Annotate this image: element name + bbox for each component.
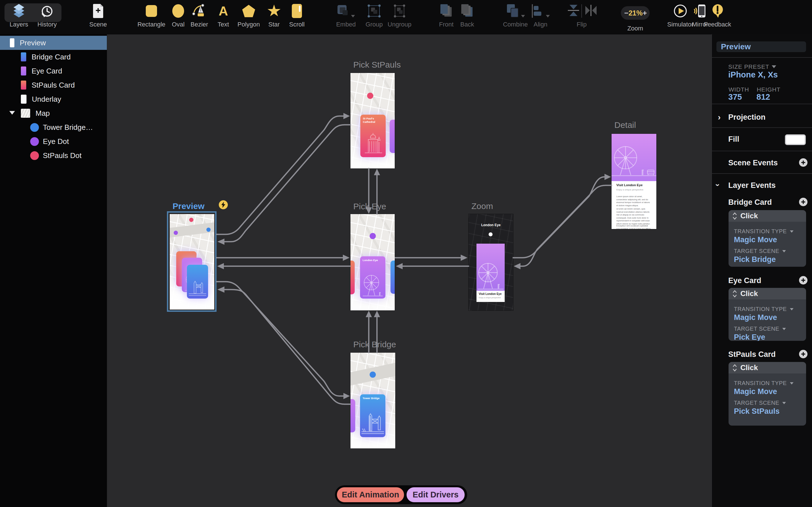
align-icon (531, 0, 550, 22)
reorder-icon (732, 212, 737, 220)
zoom-in-button[interactable]: + (643, 9, 647, 17)
edit-drivers-button[interactable]: Edit Drivers (407, 487, 465, 502)
layer-row-eye-card[interactable]: Eye Card (0, 64, 107, 78)
target-scene-dropdown[interactable]: TARGET SCENE (734, 400, 801, 406)
zoom-level[interactable]: 21% (628, 9, 643, 17)
add-layer-event-button[interactable] (799, 276, 808, 284)
add-layer-event-button[interactable] (799, 198, 808, 206)
event-trigger-row[interactable]: Click (728, 210, 806, 222)
underlay-thumb (21, 95, 27, 104)
lightning-icon (221, 202, 225, 208)
zoom-out-button[interactable]: − (624, 9, 628, 17)
layer-label: Map (36, 109, 50, 118)
event-trigger-row[interactable]: Click (728, 288, 806, 299)
group-button[interactable]: Group (361, 0, 387, 34)
size-preset-value[interactable]: iPhone X, Xs (728, 70, 778, 79)
history-toggle-button[interactable]: History (33, 0, 61, 34)
eye-dot-thumb (30, 137, 39, 146)
ungroup-icon (393, 0, 406, 22)
disclosure-triangle[interactable] (9, 111, 15, 115)
toolbar: Layers History Scene Rectangle Oval Bezi… (0, 0, 812, 34)
flip-icon (566, 0, 597, 22)
polygon-tool[interactable]: Polygon (236, 0, 261, 34)
edit-animation-button[interactable]: Edit Animation (337, 487, 404, 502)
size-preset-dropdown[interactable]: SIZE PRESET (728, 63, 776, 70)
canvas[interactable]: Preview Pick StPauls Pick Eye Zoom Detai… (0, 0, 812, 507)
magic-move-badge[interactable] (219, 200, 228, 209)
group-icon (367, 0, 381, 22)
rectangle-tool[interactable]: Rectangle (137, 0, 165, 34)
history-icon (40, 0, 54, 22)
scene-name-input[interactable] (716, 41, 806, 52)
layer-row-map[interactable]: Map (0, 106, 107, 120)
bridge-card-thumb (21, 52, 26, 61)
height-label: HEIGHT (757, 86, 780, 93)
transition-type-dropdown[interactable]: TRANSITION TYPE (734, 228, 801, 235)
ungroup-button[interactable]: Ungroup (387, 0, 412, 34)
bezier-tool[interactable]: Bezier (187, 0, 212, 34)
layer-events-section[interactable]: Layer Events (728, 181, 776, 190)
layer-row-eye-dot[interactable]: Eye Dot (0, 134, 107, 149)
transition-type-dropdown[interactable]: TRANSITION TYPE (734, 306, 801, 313)
transition-type-value[interactable]: Magic Move (734, 235, 801, 244)
layer-row-preview[interactable]: Preview (0, 36, 107, 50)
layer-label: Tower Bridge… (43, 123, 93, 132)
target-scene-dropdown[interactable]: TARGET SCENE (734, 326, 801, 332)
bridge-dot-thumb (30, 123, 39, 132)
layer-row-stpauls-dot[interactable]: StPauls Dot (0, 149, 107, 163)
transition-type-value[interactable]: Magic Move (734, 313, 801, 322)
chevron-right-icon[interactable]: › (718, 112, 721, 122)
event-card-bridge[interactable]: Click TRANSITION TYPE Magic Move TARGET … (728, 210, 806, 267)
transition-type-value[interactable]: Magic Move (734, 387, 801, 396)
embed-button[interactable]: Embed (332, 0, 360, 34)
dropdown-caret-icon (772, 65, 776, 68)
target-scene-value[interactable]: Pick Eye (734, 333, 801, 341)
add-layer-event-button[interactable] (799, 350, 808, 358)
new-scene-button[interactable]: Scene (86, 0, 111, 34)
event-layer-name: Bridge Card (728, 198, 772, 207)
star-tool[interactable]: Star (261, 0, 287, 34)
text-tool[interactable]: A Text (211, 0, 236, 34)
event-card-eye[interactable]: Click TRANSITION TYPE Magic Move TARGET … (728, 288, 806, 341)
projection-section[interactable]: Projection (728, 113, 765, 122)
chevron-down-icon[interactable]: › (713, 184, 722, 186)
layer-row-bridge-card[interactable]: Bridge Card (0, 50, 107, 64)
width-value[interactable]: 375 (728, 93, 742, 102)
scroll-tool[interactable]: Scroll (284, 0, 310, 34)
dropdown-caret-icon (790, 308, 794, 311)
transition-type-dropdown[interactable]: TRANSITION TYPE (734, 380, 801, 386)
target-scene-dropdown[interactable]: TARGET SCENE (734, 248, 801, 255)
align-button[interactable]: Align (528, 0, 553, 34)
flip-button[interactable]: Flip (567, 0, 596, 34)
fill-color-swatch[interactable] (785, 134, 806, 145)
feedback-button[interactable]: Feedback (703, 0, 732, 34)
event-layer-name: StPauls Card (728, 350, 776, 359)
layer-label: StPauls Dot (43, 151, 82, 160)
new-scene-icon (93, 0, 104, 22)
height-value[interactable]: 812 (756, 93, 770, 102)
layer-row-tower-bridge-dot[interactable]: Tower Bridge… (0, 120, 107, 134)
event-card-stpauls[interactable]: Click TRANSITION TYPE Magic Move TARGET … (728, 362, 806, 426)
layers-toggle-button[interactable]: Layers (5, 0, 33, 34)
star-icon (267, 0, 281, 22)
layer-label: Preview (20, 39, 46, 47)
combine-button[interactable]: Combine (501, 0, 529, 34)
stpauls-dot-thumb (30, 151, 39, 160)
layer-label: Bridge Card (32, 53, 71, 61)
oval-icon (172, 0, 184, 22)
scene-events-section: Scene Events (728, 159, 778, 167)
add-scene-event-button[interactable] (799, 158, 808, 167)
zoom-control: − 21% + (621, 6, 650, 20)
send-back-button[interactable]: Back (455, 0, 480, 34)
inspector-panel: SIZE PRESET iPhone X, Xs WIDTH HEIGHT 37… (712, 34, 812, 507)
target-scene-value[interactable]: Pick Bridge (734, 255, 801, 264)
reorder-icon (732, 364, 737, 372)
feedback-icon (711, 0, 724, 22)
target-scene-value[interactable]: Pick StPauls (734, 407, 801, 416)
layer-row-underlay[interactable]: Underlay (0, 92, 107, 106)
edit-mode-switcher: Edit Animation Edit Drivers (335, 485, 467, 504)
event-trigger-row[interactable]: Click (728, 362, 806, 374)
layer-row-stpauls-card[interactable]: StPauls Card (0, 78, 107, 92)
eye-card-thumb (21, 66, 26, 75)
transition-arrows (0, 0, 812, 507)
